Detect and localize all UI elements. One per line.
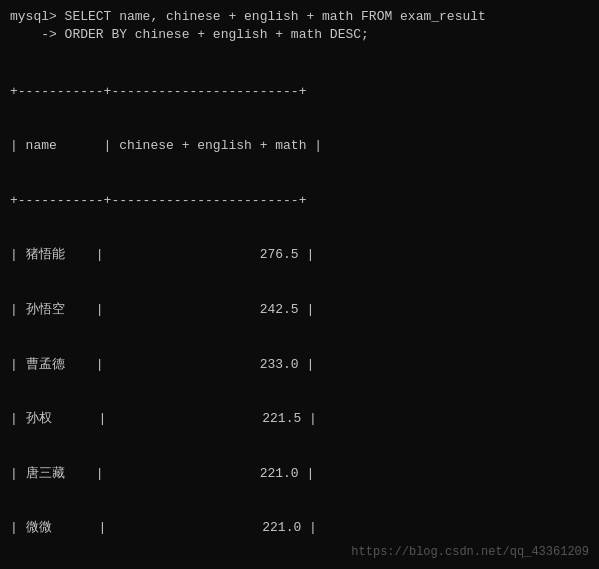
table1-row-2: | 曹孟德 | 233.0 | [10,356,589,374]
terminal-window: mysql> SELECT name, chinese + english + … [10,8,589,569]
table1-row-0: | 猪悟能 | 276.5 | [10,246,589,264]
table1-row-4: | 唐三藏 | 221.0 | [10,465,589,483]
watermark: https://blog.csdn.net/qq_43361209 [351,544,589,561]
table1-row-1: | 孙悟空 | 242.5 | [10,301,589,319]
table1-top-border: +-----------+------------------------+ [10,83,589,101]
table1: +-----------+------------------------+ |… [10,46,589,569]
table1-header: | name | chinese + english + math | [10,137,589,155]
query1-line1: mysql> SELECT name, chinese + english + … [10,8,589,26]
table1-row-3: | 孙权 | 221.5 | [10,410,589,428]
table1-row-5: | 微微 | 221.0 | [10,519,589,537]
table1-mid-border: +-----------+------------------------+ [10,192,589,210]
query1-line2: -> ORDER BY chinese + english + math DES… [10,26,589,44]
